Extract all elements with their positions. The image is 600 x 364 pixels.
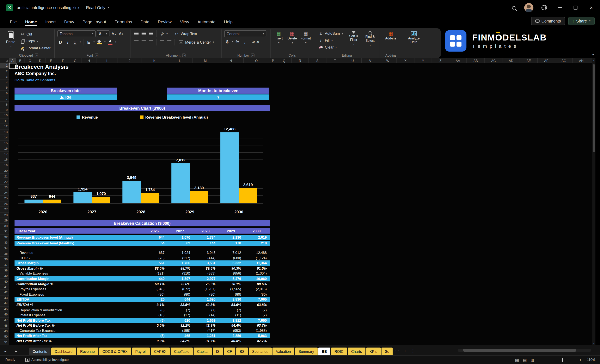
- align-bottom-button[interactable]: [148, 31, 154, 37]
- row-header-46[interactable]: 46: [0, 312, 9, 318]
- bold-button[interactable]: B: [57, 39, 64, 45]
- minimize-button[interactable]: [555, 3, 565, 13]
- sheet-tab-kpis[interactable]: KPIs: [366, 347, 381, 355]
- title-dropdown-chevron[interactable]: ▾: [108, 6, 109, 9]
- column-header-a[interactable]: A: [9, 58, 16, 63]
- comma-format-button[interactable]: ,: [242, 39, 248, 45]
- addins-button[interactable]: ▦ Add-ins: [383, 30, 399, 40]
- orientation-button[interactable]: ab: [159, 31, 165, 37]
- bar-revenue-2028[interactable]: 3,945: [122, 181, 141, 203]
- column-header-b[interactable]: B: [16, 58, 25, 63]
- row-header-5[interactable]: 5: [0, 85, 9, 91]
- cell-value[interactable]: (7): [244, 313, 269, 317]
- menu-tab-home[interactable]: Home: [21, 17, 41, 26]
- spreadsheet-cells[interactable]: Breakeven Analysis ABC Company Inc. Go t…: [9, 63, 592, 345]
- cell-value[interactable]: 33.5%: [167, 303, 193, 307]
- column-header-ae[interactable]: AE: [520, 58, 538, 63]
- column-header-ab[interactable]: AB: [467, 58, 485, 63]
- column-header-p[interactable]: P: [269, 58, 277, 63]
- cell-value[interactable]: (18): [142, 313, 167, 317]
- column-header-w[interactable]: W: [379, 58, 397, 63]
- cell-value[interactable]: 465: [167, 334, 193, 338]
- cell-value[interactable]: 88.0%: [142, 266, 167, 270]
- cell-value[interactable]: 72.6%: [167, 282, 193, 286]
- bar-breakeven-2028[interactable]: 1,734: [141, 193, 159, 203]
- sheet-options-icon[interactable]: ⋮: [409, 348, 417, 355]
- cell-value[interactable]: 6,332: [218, 261, 244, 265]
- sheet-tab-capital[interactable]: Capital: [194, 347, 212, 355]
- alignment-dialog-launcher[interactable]: ↘: [182, 54, 186, 57]
- cell-value[interactable]: 80.6%: [244, 282, 269, 286]
- horizontal-scrollbar-thumb[interactable]: [463, 349, 576, 352]
- cell-value[interactable]: (2,015): [244, 287, 269, 291]
- horizontal-scrollbar[interactable]: [458, 349, 591, 352]
- cell-value[interactable]: 63.8%: [244, 303, 269, 307]
- increase-decimal-button[interactable]: ←.0: [249, 39, 255, 45]
- menu-tab-insert[interactable]: Insert: [41, 17, 60, 26]
- row-header-25[interactable]: 25: [0, 196, 9, 201]
- row-header-6[interactable]: 6: [0, 91, 9, 96]
- row-header-8[interactable]: 8: [0, 102, 9, 107]
- cell-value[interactable]: (340): [142, 287, 167, 291]
- increase-indent-button[interactable]: [166, 39, 172, 45]
- cell-value[interactable]: (76): [142, 256, 167, 260]
- bar-breakeven-2029[interactable]: 2,130: [190, 191, 208, 203]
- zoom-level[interactable]: 110%: [586, 358, 595, 362]
- menu-tab-data[interactable]: Data: [137, 17, 153, 26]
- paste-button[interactable]: Paste ▾: [6, 30, 16, 48]
- sheet-tab-bs[interactable]: BS: [236, 347, 248, 355]
- column-header-s[interactable]: S: [309, 58, 327, 63]
- underline-button[interactable]: U: [72, 39, 78, 45]
- row-header-50[interactable]: 50: [0, 334, 9, 340]
- menu-tab-page-layout[interactable]: Page Layout: [79, 17, 110, 26]
- font-name-select[interactable]: Tahoma▾: [57, 30, 96, 37]
- scroll-down-icon[interactable]: ▾: [592, 342, 595, 344]
- font-dialog-launcher[interactable]: ↘: [95, 54, 98, 57]
- share-button[interactable]: ↑ Share ▾: [568, 17, 595, 25]
- row-header-15[interactable]: 15: [0, 140, 9, 146]
- cell-value[interactable]: 7,950: [244, 318, 269, 322]
- select-all-corner[interactable]: [0, 58, 9, 63]
- row-header-4[interactable]: 4: [0, 80, 9, 85]
- row-header-2[interactable]: 2: [0, 69, 9, 74]
- bar-revenue-2029[interactable]: 7,012: [171, 164, 190, 203]
- cell-value[interactable]: 0.0%: [142, 324, 167, 328]
- sheet-tab-cf[interactable]: CF: [224, 347, 235, 355]
- copy-button[interactable]: Copy▾: [19, 38, 52, 44]
- cell-value[interactable]: 7,012: [218, 251, 244, 255]
- column-header-ac[interactable]: AC: [485, 58, 502, 63]
- cell-value[interactable]: 1,397: [167, 277, 193, 281]
- cell-value[interactable]: (217): [167, 256, 193, 260]
- cell-value[interactable]: 620: [167, 318, 193, 322]
- sheet-tab-summary[interactable]: Summary: [295, 347, 318, 355]
- cell-value[interactable]: 1,690: [193, 298, 218, 302]
- row-header-43[interactable]: 43: [0, 295, 9, 301]
- align-right-button[interactable]: [148, 39, 154, 45]
- cell-value[interactable]: 440: [142, 277, 167, 281]
- row-header-33[interactable]: 33: [0, 240, 9, 246]
- borders-button[interactable]: ⊞: [86, 39, 92, 45]
- column-header-v[interactable]: V: [362, 58, 379, 63]
- row-header-27[interactable]: 27: [0, 207, 9, 213]
- accessibility-status[interactable]: Accessibility: Investigate: [25, 358, 69, 362]
- column-header-r[interactable]: R: [291, 58, 309, 63]
- clear-button[interactable]: Clear▾: [317, 44, 344, 50]
- cell-value[interactable]: 78.1%: [218, 282, 244, 286]
- row-header-22[interactable]: 22: [0, 179, 9, 185]
- column-header-aa[interactable]: AA: [449, 58, 467, 63]
- row-header-26[interactable]: 26: [0, 201, 9, 207]
- sheet-tab-dashboard[interactable]: Dashboard: [51, 347, 76, 355]
- cell-value[interactable]: 90.3%: [218, 266, 244, 270]
- maximize-button[interactable]: [571, 3, 581, 13]
- row-header-32[interactable]: 32: [0, 235, 9, 240]
- cell-value[interactable]: 3,830: [218, 298, 244, 302]
- cell-value[interactable]: (5): [142, 318, 167, 322]
- font-color-button[interactable]: A: [107, 39, 113, 45]
- cell-value[interactable]: 40.8%: [218, 339, 244, 343]
- row-header-1[interactable]: 1: [0, 63, 9, 69]
- column-header-l[interactable]: L: [167, 58, 193, 63]
- cell-value[interactable]: (155): [167, 329, 193, 333]
- number-format-select[interactable]: General▾: [224, 30, 266, 37]
- document-title[interactable]: artificial-intelligence-consulting.xlsx …: [17, 0, 109, 15]
- wrap-text-button[interactable]: ↩Wrap Text: [173, 30, 198, 37]
